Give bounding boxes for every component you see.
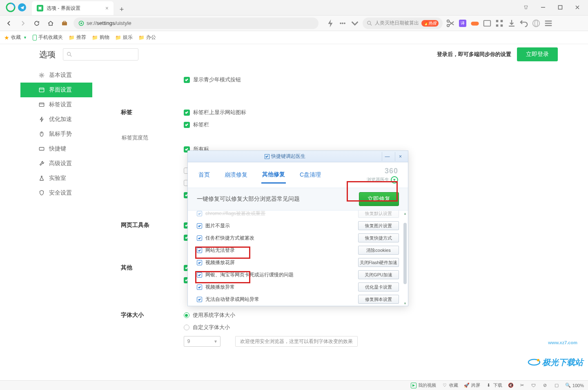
radio-font-custom[interactable] [184,325,189,330]
reload-button[interactable] [32,18,42,28]
sidebar-item-advanced[interactable]: 高级设置 [20,156,92,171]
game-icon[interactable] [470,19,479,28]
sb-zoom[interactable]: 🔍100% [565,383,584,388]
repair-button[interactable]: 关闭GPU加速 [358,270,399,279]
popup-minimize-button[interactable]: — [382,152,392,161]
browser-logo-icon [6,2,16,12]
maximize-button[interactable] [552,1,568,13]
sidebar-item-speed[interactable]: 优化加速 [20,112,92,127]
folder-icon: 📁 [115,35,121,40]
download-icon[interactable] [507,19,516,28]
check-icon[interactable] [197,297,202,302]
mouse-icon [38,131,45,137]
bookmark-phone[interactable]: 手机收藏夹 [33,34,63,41]
shirt-icon[interactable] [518,1,534,13]
bookmark-fav[interactable]: ★收藏▼ [4,34,27,41]
new-tab-button[interactable]: + [116,4,127,15]
sb-fav[interactable]: ♡收藏 [442,382,458,388]
font-size-select[interactable]: 9▾ [184,336,220,347]
sidebar-item-tabs[interactable]: 标签设置 [20,97,92,112]
sidebar-item-uistyle[interactable]: 界面设置 [20,83,92,97]
translate-icon[interactable]: 译 [458,19,467,28]
sb-block[interactable]: ⊘ [542,383,548,388]
radio-font-sys[interactable] [184,312,189,318]
telegram-icon[interactable] [18,3,26,11]
popup-tab-other[interactable]: 其他修复 [261,167,286,184]
wallet-icon[interactable] [483,19,492,28]
repair-button[interactable]: 恢复快捷方式 [358,233,399,242]
site-info-icon[interactable] [78,20,84,26]
checkbox[interactable] [184,110,190,116]
more-icon[interactable]: ••• [338,19,347,28]
login-button[interactable]: 立即登录 [517,47,558,61]
menu-icon[interactable] [544,19,553,28]
bookmark-folder-1[interactable]: 📁推荐 [69,34,86,41]
sb-video[interactable]: ▶我的视频 [411,382,436,388]
gear-icon [38,72,45,78]
sidebar-item-lab[interactable]: 实验室 [20,171,92,186]
address-bar[interactable]: se://settings/uistyle [74,18,318,29]
forward-button[interactable] [18,18,28,28]
minimize-button[interactable] [535,1,551,13]
check-icon[interactable] [197,235,202,241]
tab-close-icon[interactable]: × [105,5,109,11]
popup-tab-cdisk[interactable]: C盘清理 [299,167,322,183]
apps-icon[interactable] [495,19,504,28]
sb-crossscreen[interactable]: 🚀跨屏 [464,382,480,388]
repair-button[interactable]: 恢复图片设置 [358,221,399,230]
check-icon[interactable] [197,285,202,290]
check-icon[interactable] [197,248,202,253]
popup-tab-home[interactable]: 首页 [198,167,211,183]
sb-cut[interactable]: ✂ [519,383,525,388]
browser-tab[interactable]: 选项 - 界面设置 × [32,1,114,15]
sidebar-item-shortcut[interactable]: 快捷键 [20,141,92,156]
bookmark-folder-3[interactable]: 📁娱乐 [115,34,133,41]
repair-button[interactable]: 清除cookies [358,246,399,255]
bookmark-folder-4[interactable]: 📁办公 [138,34,156,41]
check-icon[interactable] [197,260,202,265]
popup-shortcut-checkbox[interactable] [265,154,270,159]
bookmark-folder-2[interactable]: 📁购物 [92,34,109,41]
sb-screen[interactable]: ▢ [554,383,559,388]
sb-download[interactable]: ⬇下载 [486,382,502,388]
svg-point-11 [368,21,371,24]
section-tabs-title: 标签 [121,109,182,116]
fix-now-button[interactable]: 立即修复 [359,192,399,206]
sidebar-item-mouse[interactable]: 鼠标手势 [20,127,92,141]
sidebar-item-security[interactable]: 安全设置 [20,186,92,200]
svg-rect-8 [63,21,66,22]
checkbox-teen[interactable] [184,77,190,83]
scroll-up-icon[interactable]: ▲ [403,211,407,215]
repair-button[interactable]: 优化显卡设置 [358,282,399,291]
options-search[interactable] [63,48,138,61]
window-controls [518,0,588,15]
home-button[interactable] [46,18,56,28]
repair-button[interactable]: 恢复默认设置 [358,211,399,218]
check-icon[interactable] [197,272,202,278]
lightning-icon[interactable] [326,19,335,28]
close-button[interactable] [569,1,586,13]
briefcase-icon[interactable] [60,18,69,28]
repair-button[interactable]: 修复脚本设置 [358,295,399,304]
scroll-down-icon[interactable]: ▼ [403,301,407,305]
repair-button[interactable]: 关闭Flash硬件加速 [358,258,399,267]
popup-scrollbar[interactable]: ▲ ▼ [403,211,407,305]
scroll-thumb[interactable] [403,223,407,284]
back-button[interactable] [4,18,14,28]
popup-tab-crash[interactable]: 崩溃修复 [224,167,248,183]
globe-icon[interactable] [532,19,541,28]
hotsearch-box[interactable]: 人类灭绝日期被算出 🔥热搜 [363,18,443,29]
checkbox[interactable] [184,122,190,128]
popup-close-button[interactable]: × [395,152,405,161]
sb-shield[interactable]: 🛡 [531,383,537,388]
undo-icon[interactable] [519,19,528,28]
check-icon[interactable] [197,223,202,229]
popup-brand: 360 浏览器医生♥ [367,167,398,184]
scissors-icon[interactable] [446,19,455,28]
sb-mute[interactable]: 🔇 [508,383,514,388]
check-icon[interactable] [197,211,202,216]
keyboard-icon [38,146,45,152]
svg-rect-31 [39,103,44,107]
sidebar-item-basic[interactable]: 基本设置 [20,68,92,83]
chevron-down-icon[interactable] [350,19,359,28]
